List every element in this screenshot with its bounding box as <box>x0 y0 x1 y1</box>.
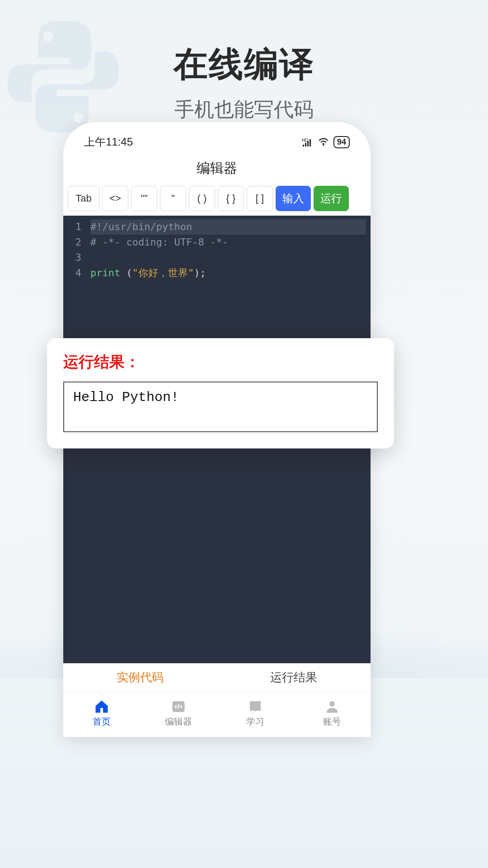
result-output: Hello Python! <box>63 382 378 432</box>
python-logo-bg <box>0 14 127 140</box>
code-line-4: print ("你好，世界"); <box>90 265 366 281</box>
nav-learn-label: 学习 <box>246 716 264 728</box>
svg-rect-4 <box>310 139 311 146</box>
nav-home[interactable]: 首页 <box>63 692 140 735</box>
bottom-tabs: 实例代码 运行结果 <box>63 663 371 691</box>
svg-point-5 <box>323 145 324 146</box>
tab-run-result[interactable]: 运行结果 <box>217 664 371 691</box>
input-button[interactable]: 输入 <box>276 186 311 211</box>
angle-brackets-button[interactable]: <> <box>102 186 128 211</box>
editor-toolbar: Tab <> "" " ( ) { } [ ] 输入 运行 <box>63 178 371 216</box>
book-icon <box>247 698 263 715</box>
app-title: 编辑器 <box>63 159 371 178</box>
code-line-1: #!/usr/bin/python <box>90 219 366 235</box>
nav-editor-label: 编辑器 <box>165 716 192 728</box>
tab-button[interactable]: Tab <box>68 186 99 211</box>
code-line-3 <box>90 250 366 265</box>
code-icon <box>170 698 187 715</box>
nav-editor[interactable]: 编辑器 <box>140 692 217 735</box>
line-number: 1 <box>68 219 81 235</box>
nav-account[interactable]: 账号 <box>294 692 371 735</box>
single-quote-button[interactable]: " <box>160 186 186 211</box>
code-line-2: # -*- coding: UTF-8 -*- <box>90 235 366 250</box>
svg-rect-2 <box>305 143 306 146</box>
brace-button[interactable]: { } <box>218 186 244 211</box>
tab-example-code[interactable]: 实例代码 <box>63 664 217 691</box>
wifi-icon <box>318 137 329 146</box>
nav-account-label: 账号 <box>323 716 341 728</box>
svg-point-7 <box>329 701 335 707</box>
double-quote-button[interactable]: "" <box>131 186 157 211</box>
result-card: 运行结果： Hello Python! <box>47 338 394 448</box>
battery-level: 94 <box>333 136 350 148</box>
status-time: 上午11:45 <box>84 135 133 149</box>
line-number: 3 <box>68 250 81 265</box>
status-right: HD 94 <box>302 136 350 148</box>
svg-rect-1 <box>303 145 304 146</box>
paren-button[interactable]: ( ) <box>189 186 215 211</box>
nav-learn[interactable]: 学习 <box>217 692 294 735</box>
line-number: 4 <box>68 265 81 281</box>
signal-icon: HD <box>302 137 314 146</box>
user-icon <box>324 698 340 715</box>
run-button[interactable]: 运行 <box>314 186 349 211</box>
svg-rect-3 <box>307 141 309 146</box>
status-bar: 上午11:45 HD 94 <box>63 122 371 149</box>
nav-home-label: 首页 <box>93 716 111 728</box>
home-icon <box>94 698 110 715</box>
bottom-nav: 首页 编辑器 学习 账号 <box>63 691 371 735</box>
result-title: 运行结果： <box>63 352 378 373</box>
bracket-button[interactable]: [ ] <box>247 186 273 211</box>
line-number: 2 <box>68 235 81 250</box>
